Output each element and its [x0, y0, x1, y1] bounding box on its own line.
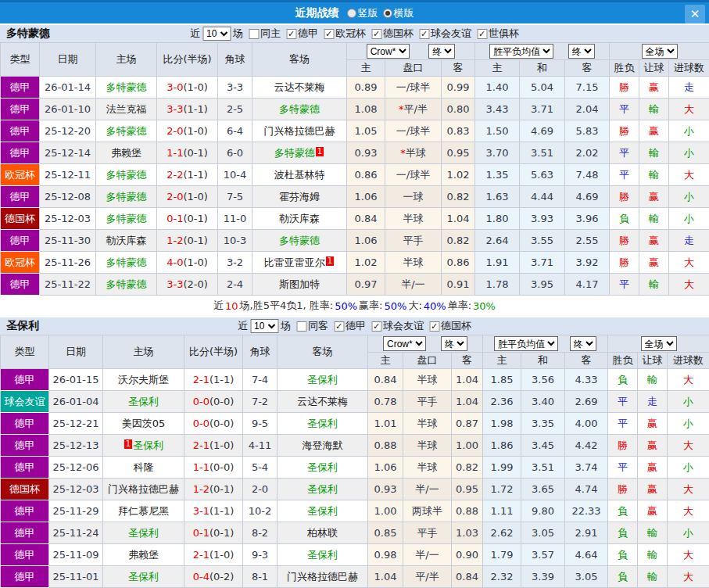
- home-team-cell: 圣保利: [103, 391, 184, 413]
- avg-away-cell: 3.96: [565, 208, 610, 230]
- odds-away-cell: 0.82: [452, 457, 483, 479]
- goals-result-cell: 大: [668, 479, 709, 500]
- winloss-result-cell: 勝: [608, 435, 638, 457]
- away-team-cell: 圣保利: [278, 500, 368, 522]
- home-team-cell: 圣保利: [103, 522, 184, 544]
- halftime-score: (1-0): [183, 125, 207, 137]
- winloss-result-cell: 勝: [610, 77, 639, 99]
- odds-home-cell: 1.05: [347, 120, 385, 142]
- avg-draw-cell: 3.45: [521, 435, 565, 457]
- avg-home-cell: 1.86: [483, 435, 521, 457]
- avg-draw-cell: 3.51: [521, 457, 565, 479]
- winloss-result-cell: 負: [608, 522, 638, 544]
- radio-label: 横版: [394, 7, 414, 19]
- filter-checkbox-4[interactable]: ✓: [419, 29, 429, 39]
- match-type-badge: 德国杯: [1, 479, 49, 500]
- odds-final-select[interactable]: 终: [428, 44, 455, 59]
- scope-header-cell: 全场: [608, 335, 709, 353]
- scope-select[interactable]: 全场: [641, 336, 677, 351]
- filter-checkbox-0[interactable]: [296, 321, 306, 332]
- goals-result-cell: 大: [669, 252, 709, 274]
- avg-home-cell: 1.80: [475, 208, 520, 230]
- score-cell: 3-1(1-1): [184, 500, 243, 522]
- odds-away-cell: 0.82: [442, 186, 475, 208]
- corners-cell: 8-2: [243, 522, 278, 544]
- handicap-result-cell: 輸: [639, 208, 669, 230]
- goals-result-cell: 大: [669, 164, 709, 186]
- score-cell: 2-1(1-1): [184, 369, 243, 391]
- filter-checkbox-2[interactable]: ✓: [371, 321, 381, 332]
- match-date: 25-12-06: [49, 457, 103, 479]
- odds-home-cell: 1.06: [368, 457, 403, 479]
- filter-checkbox-3[interactable]: ✓: [371, 29, 381, 39]
- recent-count-select[interactable]: 10: [250, 319, 278, 333]
- avg-draw-cell: 3.57: [521, 544, 565, 566]
- odds-away-cell: 0.82: [442, 230, 475, 252]
- match-date: 25-11-09: [49, 544, 103, 566]
- home-team-cell: 弗赖堡: [96, 142, 157, 164]
- corners-cell: 2-0: [243, 479, 278, 500]
- summary-segment: 50%: [335, 300, 357, 312]
- home-team-cell: 勒沃库森: [96, 230, 157, 252]
- odds-company-select[interactable]: Crow*: [383, 336, 426, 351]
- scope-select[interactable]: 全场: [642, 44, 678, 59]
- avg-home-cell: 1.11: [483, 500, 521, 522]
- col-header-home: 主场: [96, 43, 157, 77]
- team-label: 圣保利: [307, 483, 338, 495]
- recent-count-select[interactable]: 10: [202, 27, 231, 41]
- filter-checkbox-1[interactable]: ✓: [334, 321, 344, 332]
- match-type-badge: 德甲: [1, 120, 40, 142]
- handicap-label: 平手: [417, 527, 438, 539]
- radio-icon[interactable]: [347, 9, 356, 18]
- halftime-score: (0-2): [209, 571, 234, 583]
- match-date: 25-11-29: [49, 500, 103, 522]
- avg-away-cell: 3.92: [565, 252, 610, 274]
- col-header-corners: 角球: [218, 43, 252, 77]
- fulltime-score: 1-2: [193, 483, 209, 495]
- avg-type-select[interactable]: 胜平负均值: [489, 44, 553, 59]
- halftime-score: (0-1): [183, 235, 207, 246]
- odds-away-cell: 1.02: [442, 164, 475, 186]
- avg-draw-cell: 3.56: [521, 369, 565, 391]
- odds-company-select[interactable]: Crow*: [367, 44, 410, 59]
- odds-header-cell: Crow* 终: [368, 335, 483, 353]
- close-button[interactable]: ✕: [685, 5, 705, 23]
- handicap-result-cell: 赢: [638, 479, 668, 500]
- handicap-result-cell: 赢: [639, 120, 669, 142]
- avg-home-cell: 1.99: [483, 457, 521, 479]
- sub-header-odds-home: 主: [368, 353, 403, 369]
- avg-final-select[interactable]: 终: [570, 336, 596, 351]
- odds-home-cell: 1.06: [347, 230, 385, 252]
- odds-away-cell: 0.86: [442, 252, 475, 274]
- filter-checkbox-2[interactable]: ✓: [324, 29, 334, 39]
- score-cell: 3-0(1-0): [157, 77, 218, 99]
- handicap-cell: 半/一: [385, 274, 442, 296]
- score-cell: 0-1(0-1): [184, 522, 243, 544]
- avg-draw-cell: 3.51: [520, 142, 565, 164]
- filter-checkbox-0[interactable]: [249, 29, 259, 39]
- filter-checkbox-label: 欧冠杯: [335, 27, 366, 41]
- corners-cell: 6-4: [218, 120, 252, 142]
- layout-radio-0[interactable]: 竖版: [342, 7, 378, 19]
- filter-checkbox-5[interactable]: ✓: [477, 29, 487, 39]
- halftime-score: (0-1): [183, 147, 207, 159]
- handicap-result-cell: 輸: [639, 274, 669, 296]
- filter-checkbox-3[interactable]: ✓: [429, 321, 439, 332]
- radio-icon[interactable]: [383, 9, 392, 18]
- corners-cell: 9-5: [243, 413, 278, 435]
- odds-final-select[interactable]: 终: [441, 336, 467, 351]
- odds-home-cell: 1.00: [368, 500, 403, 522]
- sub-header-avg-draw: 和: [521, 353, 565, 369]
- fulltime-score: 2-2: [167, 169, 183, 181]
- team-label: 波杜基林特: [274, 169, 325, 181]
- filter-checkbox-1[interactable]: ✓: [286, 29, 296, 39]
- sub-header-odds-away: 客: [442, 60, 475, 77]
- layout-radio-1[interactable]: 横版: [378, 7, 414, 19]
- away-team-cell: 柏林联: [278, 522, 368, 544]
- avg-type-select[interactable]: 胜平负均值: [494, 336, 558, 351]
- red-card-badge: 1: [326, 256, 334, 266]
- avg-final-select[interactable]: 终: [568, 44, 595, 59]
- handicap-result-cell: 輸: [639, 99, 669, 120]
- goals-result-cell: 大: [669, 99, 709, 120]
- sub-header-handicap: 盘口: [403, 353, 452, 369]
